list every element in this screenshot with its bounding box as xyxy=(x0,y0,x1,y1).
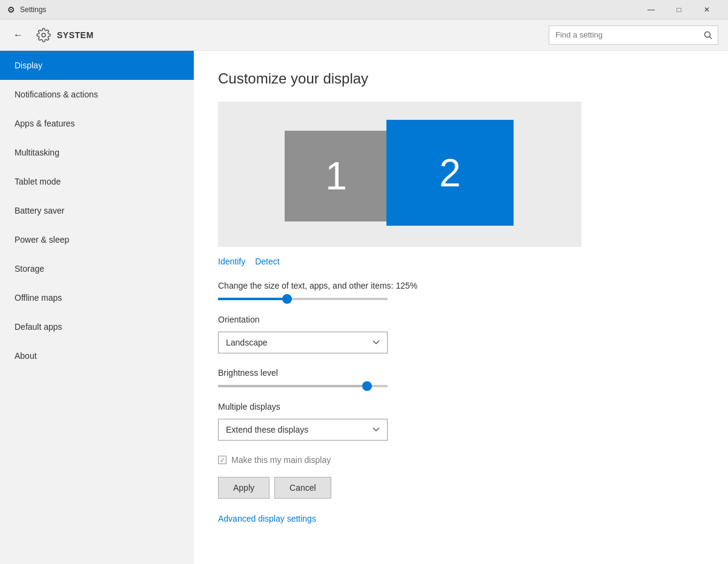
content-area: Display Notifications & actions Apps & f… xyxy=(0,51,728,564)
titlebar-left: ⚙ Settings xyxy=(7,5,46,15)
back-button[interactable]: ← xyxy=(10,27,27,44)
app-container: ← SYSTEM Display Notifications & actions… xyxy=(0,19,728,564)
sidebar-item-storage[interactable]: Storage xyxy=(0,254,194,283)
brightness-setting: Brightness level xyxy=(218,368,704,387)
titlebar-title: Settings xyxy=(20,5,46,14)
svg-point-1 xyxy=(705,31,710,37)
close-button[interactable]: ✕ xyxy=(693,0,721,19)
search-input[interactable] xyxy=(549,30,698,39)
orientation-select[interactable]: Landscape Portrait Landscape (flipped) P… xyxy=(218,332,388,353)
brightness-slider[interactable] xyxy=(218,385,388,387)
monitor-1-number: 1 xyxy=(325,154,347,198)
display-links: Identify Detect xyxy=(218,257,704,266)
sidebar-item-battery-saver[interactable]: Battery saver xyxy=(0,196,194,225)
sidebar-item-display[interactable]: Display xyxy=(0,51,194,80)
titlebar: ⚙ Settings — □ ✕ xyxy=(0,0,728,19)
svg-line-2 xyxy=(710,36,712,39)
titlebar-icon: ⚙ xyxy=(7,5,15,15)
sidebar-item-apps-features[interactable]: Apps & features xyxy=(0,109,194,138)
apply-button[interactable]: Apply xyxy=(218,477,270,499)
sidebar-item-default-apps[interactable]: Default apps xyxy=(0,312,194,341)
search-icon xyxy=(704,31,712,39)
cancel-button[interactable]: Cancel xyxy=(274,477,331,499)
advanced-display-settings-link[interactable]: Advanced display settings xyxy=(218,514,316,523)
orientation-label: Orientation xyxy=(218,315,704,324)
size-label: Change the size of text, apps, and other… xyxy=(218,281,704,290)
size-slider[interactable] xyxy=(218,298,388,300)
brightness-label: Brightness level xyxy=(218,368,704,378)
display-preview: 1 2 xyxy=(218,102,581,247)
search-box xyxy=(549,25,718,45)
monitor-2[interactable]: 2 xyxy=(386,120,514,226)
orientation-setting: Orientation Landscape Portrait Landscape… xyxy=(218,315,704,353)
titlebar-controls: — □ ✕ xyxy=(637,0,721,19)
main-display-checkbox[interactable] xyxy=(218,456,227,464)
sidebar-item-about[interactable]: About xyxy=(0,341,194,370)
detect-button[interactable]: Detect xyxy=(255,257,279,266)
monitor-1[interactable]: 1 xyxy=(285,131,388,221)
minimize-button[interactable]: — xyxy=(637,0,665,19)
multiple-displays-label: Multiple displays xyxy=(218,402,704,412)
header-app-title: SYSTEM xyxy=(36,28,94,42)
search-icon-button[interactable] xyxy=(698,25,718,45)
header-bar: ← SYSTEM xyxy=(0,19,728,51)
settings-icon xyxy=(36,28,51,42)
sidebar-item-notifications[interactable]: Notifications & actions xyxy=(0,80,194,109)
button-row: Apply Cancel xyxy=(218,477,704,499)
sidebar-item-multitasking[interactable]: Multitasking xyxy=(0,138,194,167)
size-setting: Change the size of text, apps, and other… xyxy=(218,281,704,300)
main-display-label: Make this my main display xyxy=(231,455,331,465)
svg-point-0 xyxy=(42,33,45,37)
sidebar-item-offline-maps[interactable]: Offline maps xyxy=(0,283,194,312)
sidebar: Display Notifications & actions Apps & f… xyxy=(0,51,194,564)
monitor-2-number: 2 xyxy=(439,151,461,195)
app-title: SYSTEM xyxy=(57,30,94,40)
page-title: Customize your display xyxy=(218,70,704,87)
sidebar-item-power-sleep[interactable]: Power & sleep xyxy=(0,225,194,254)
maximize-button[interactable]: □ xyxy=(665,0,693,19)
sidebar-item-tablet-mode[interactable]: Tablet mode xyxy=(0,167,194,196)
identify-button[interactable]: Identify xyxy=(218,257,245,266)
main-display-row: Make this my main display xyxy=(218,455,704,465)
multiple-displays-select[interactable]: Extend these displays Duplicate these di… xyxy=(218,419,388,441)
multiple-displays-setting: Multiple displays Extend these displays … xyxy=(218,402,704,441)
main-content: Customize your display 1 2 Identify Dete… xyxy=(194,51,728,564)
